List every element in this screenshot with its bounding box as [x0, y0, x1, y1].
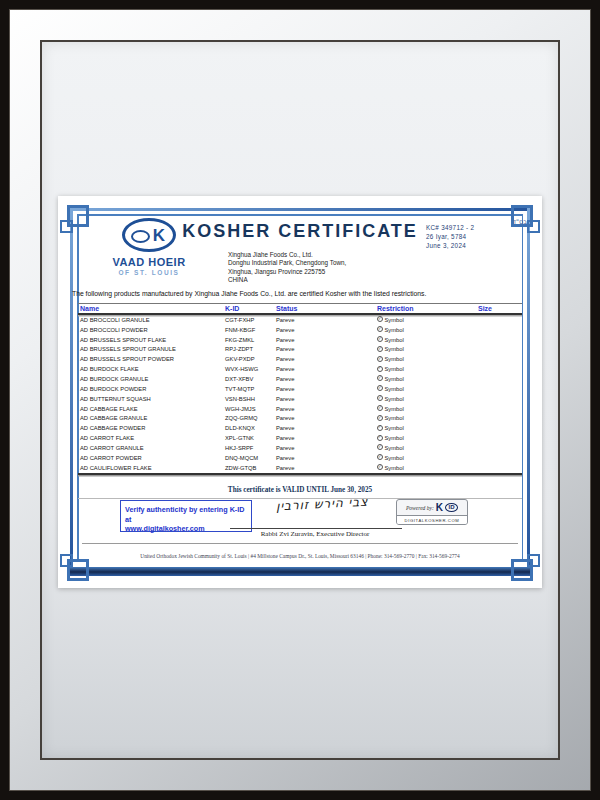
check-icon: ✓	[377, 375, 383, 381]
table-header: Name K-ID Status Restriction Size	[78, 303, 522, 315]
cell-kid: DLD-KNQX	[225, 425, 276, 431]
table-row: AD BRUSSELS SPROUT FLAKE FKG-ZMKL Pareve…	[78, 335, 522, 345]
header-kid: K-ID	[225, 305, 276, 312]
cell-name: AD CARROT POWDER	[78, 455, 225, 461]
cell-status: Pareve	[276, 366, 377, 372]
header-restriction: Restriction	[377, 305, 478, 312]
verify-text: Verify authenticity by entering K-ID at	[125, 505, 244, 524]
cell-restriction: ✓ Symbol	[377, 435, 478, 441]
cell-name: AD BURDOCK GRANULE	[78, 376, 225, 382]
cell-status: Pareve	[276, 406, 377, 412]
cell-name: AD BUTTERNUT SQUASH	[78, 396, 225, 402]
cell-restriction-label: Symbol	[385, 445, 404, 451]
cell-kid: WGH-JMJS	[225, 406, 276, 412]
table-row: AD CABBAGE FLAKE WGH-JMJS Pareve ✓ Symbo…	[78, 404, 522, 414]
cell-name: AD BRUSSELS SPROUT GRANULE	[78, 346, 225, 352]
header-size: Size	[478, 305, 522, 312]
check-icon: ✓	[377, 444, 383, 450]
cell-restriction-label: Symbol	[385, 396, 404, 402]
cell-restriction: ✓ Symbol	[377, 327, 478, 333]
check-icon: ✓	[377, 464, 383, 470]
cell-restriction: ✓ Symbol	[377, 317, 478, 323]
check-icon: ✓	[377, 405, 383, 411]
cell-kid: FNM-KBGF	[225, 327, 276, 333]
cell-restriction: ✓ Symbol	[377, 406, 478, 412]
border-top-line	[70, 208, 530, 211]
footer-contact-line: United Orthodox Jewish Community of St. …	[74, 553, 526, 559]
cell-restriction: ✓ Symbol	[377, 356, 478, 362]
badge-domain: DIGITALKOSHER.COM	[397, 515, 467, 524]
border-top-inner-line	[77, 214, 523, 216]
cell-status: Pareve	[276, 396, 377, 402]
cell-restriction-label: Symbol	[385, 425, 404, 431]
cell-kid: WVX-HSWG	[225, 366, 276, 372]
certificate-info: KC# 349712 - 2 26 Iyar, 5784 June 3, 202…	[426, 223, 530, 250]
kosher-certificate-document: K VAAD HOEIR OF ST. LOUIS KOSHER CERTIFI…	[58, 196, 542, 588]
cell-kid: FKG-ZMKL	[225, 337, 276, 343]
table-row: AD BRUSSELS SPROUT GRANULE RPJ-ZDPT Pare…	[78, 345, 522, 355]
product-rows: AD BROCCOLI GRANULE CGT-FXHP Pareve ✓ Sy…	[78, 315, 522, 475]
company-line2: Donghu Industrial Park, Chengdong Town,	[228, 259, 346, 267]
corner-knot	[527, 554, 540, 567]
cell-status: Pareve	[276, 337, 377, 343]
certification-statement: The following products manufactured by X…	[72, 290, 530, 297]
table-row: AD BUTTERNUT SQUASH VSN-BSHH Pareve ✓ Sy…	[78, 394, 522, 404]
kid-logo-k: K	[436, 503, 443, 512]
table-row: AD CAULIFLOWER FLAKE ZDW-GTQB Pareve ✓ S…	[78, 463, 522, 473]
check-icon: ✓	[377, 336, 383, 342]
table-row: AD CABBAGE GRANULE ZQQ-GRMQ Pareve ✓ Sym…	[78, 413, 522, 423]
powered-by-label: Powered by:	[406, 505, 434, 511]
table-row: AD BROCCOLI POWDER FNM-KBGF Pareve ✓ Sym…	[78, 325, 522, 335]
org-subname: OF ST. LOUIS	[104, 269, 194, 276]
cell-restriction-label: Symbol	[385, 346, 404, 352]
cell-name: AD BRUSSELS SPROUT FLAKE	[78, 337, 225, 343]
cell-restriction-label: Symbol	[385, 386, 404, 392]
cell-restriction-label: Symbol	[385, 327, 404, 333]
cell-restriction: ✓ Symbol	[377, 396, 478, 402]
table-row: AD BURDOCK POWDER TVT-MQTP Pareve ✓ Symb…	[78, 384, 522, 394]
cell-status: Pareve	[276, 327, 377, 333]
cell-kid: DXT-XFBV	[225, 376, 276, 382]
company-line3: Xinghua, Jiangsu Province 225755	[228, 268, 346, 276]
header-status: Status	[276, 305, 377, 312]
check-icon: ✓	[377, 356, 383, 362]
cell-name: AD BURDOCK FLAKE	[78, 366, 225, 372]
cell-name: AD CABBAGE GRANULE	[78, 415, 225, 421]
cell-status: Pareve	[276, 445, 377, 451]
signatory-name: Rabbi Zvi Zuravin, Executive Director	[188, 530, 442, 538]
signature-line	[230, 528, 402, 529]
check-icon: ✓	[377, 385, 383, 391]
cell-status: Pareve	[276, 465, 377, 471]
cell-kid: XPL-GTNK	[225, 435, 276, 441]
badge-top: Powered by: K ID	[397, 500, 467, 515]
table-row: AD CARROT FLAKE XPL-GTNK Pareve ✓ Symbol	[78, 433, 522, 443]
table-row: AD BURDOCK FLAKE WVX-HSWG Pareve ✓ Symbo…	[78, 364, 522, 374]
kid-powered-badge: Powered by: K ID DIGITALKOSHER.COM	[396, 499, 468, 525]
check-icon: ✓	[377, 326, 383, 332]
cell-restriction-label: Symbol	[385, 317, 404, 323]
cell-kid: RPJ-ZDPT	[225, 346, 276, 352]
check-icon: ✓	[377, 346, 383, 352]
check-icon: ✓	[377, 366, 383, 372]
cell-restriction: ✓ Symbol	[377, 386, 478, 392]
cell-restriction: ✓ Symbol	[377, 445, 478, 451]
cell-kid: HKJ-SRPF	[225, 445, 276, 451]
cell-restriction-label: Symbol	[385, 356, 404, 362]
corner-knot	[60, 554, 73, 567]
check-icon: ✓	[377, 425, 383, 431]
cell-name: AD BROCCOLI GRANULE	[78, 317, 225, 323]
issue-date: June 3, 2024	[426, 241, 530, 250]
cell-kid: ZDW-GTQB	[225, 465, 276, 471]
cell-name: AD CARROT GRANULE	[78, 445, 225, 451]
valid-until-line: This certificate is VALID UNTIL June 30,…	[58, 486, 542, 494]
border-left-line	[70, 208, 73, 568]
cell-status: Pareve	[276, 346, 377, 352]
cell-status: Pareve	[276, 435, 377, 441]
cell-kid: GKV-PXDP	[225, 356, 276, 362]
cell-name: AD CAULIFLOWER FLAKE	[78, 465, 225, 471]
table-row: AD BRUSSELS SPROUT POWDER GKV-PXDP Parev…	[78, 354, 522, 364]
cell-status: Pareve	[276, 317, 377, 323]
company-line4: CHINA	[228, 276, 346, 284]
table-row: AD BROCCOLI GRANULE CGT-FXHP Pareve ✓ Sy…	[78, 315, 522, 325]
cell-restriction-label: Symbol	[385, 406, 404, 412]
